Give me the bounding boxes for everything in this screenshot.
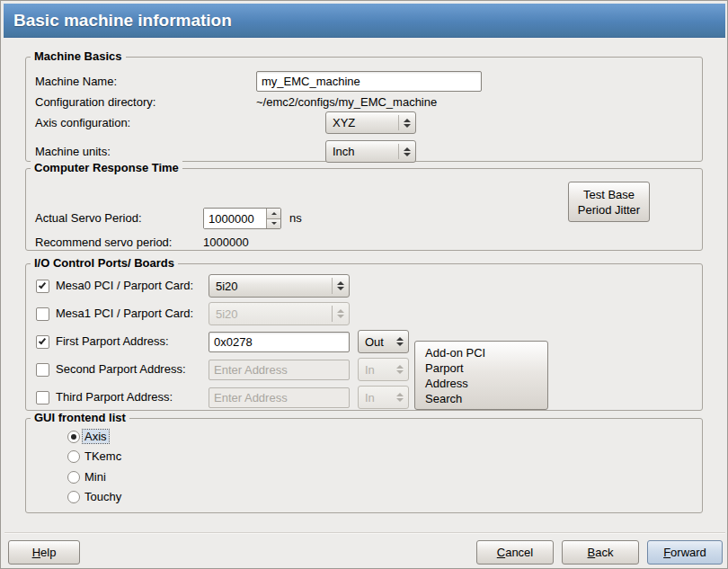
- combo-spinner-icon: [396, 393, 404, 402]
- combo-spinner-icon: [404, 119, 411, 128]
- mesa1-checkbox[interactable]: [36, 307, 49, 321]
- servo-period-units: ns: [289, 211, 302, 225]
- radio-touchy-label[interactable]: Touchy: [84, 490, 121, 503]
- radio-mini-label[interactable]: Mini: [84, 470, 106, 484]
- combo-separator: [332, 306, 333, 322]
- forward-button-mnemonic: F: [663, 546, 670, 559]
- spin-up-button[interactable]: [267, 209, 280, 218]
- machine-basics-frame: Machine Basics Machine Name: Configurati…: [25, 57, 703, 162]
- second-parport-label[interactable]: Second Parport Address:: [56, 362, 186, 376]
- mesa1-card-value: 5i20: [216, 307, 327, 321]
- machine-name-label: Machine Name:: [35, 75, 117, 88]
- response-time-title: Computer Response Time: [31, 161, 182, 174]
- gui-frontend-frame: GUI frontend list Axis TKemc Mini Touchy: [25, 418, 703, 513]
- cancel-button-mnemonic: C: [497, 546, 505, 559]
- help-button-label: elp: [40, 546, 56, 559]
- combo-spinner-icon: [337, 309, 344, 318]
- test-base-period-jitter-button[interactable]: Test Base Period Jitter: [568, 182, 650, 222]
- axis-configuration-select[interactable]: XYZ: [325, 111, 416, 134]
- first-parport-checkbox[interactable]: [36, 335, 49, 349]
- machine-units-value: Inch: [333, 145, 394, 158]
- recommend-period-label: Recommend servo period:: [35, 236, 172, 249]
- gui-frontend-title: GUI frontend list: [31, 411, 129, 424]
- radio-touchy[interactable]: [67, 491, 80, 503]
- cancel-button-label: ancel: [505, 546, 533, 559]
- second-parport-address-input[interactable]: [209, 360, 350, 380]
- third-parport-checkbox[interactable]: [36, 391, 49, 405]
- machine-units-select[interactable]: Inch: [325, 140, 416, 163]
- footer-separator: [4, 532, 725, 534]
- mesa0-checkbox[interactable]: [36, 280, 49, 293]
- first-parport-direction-value: Out: [365, 335, 396, 349]
- combo-spinner-icon: [337, 281, 344, 290]
- combo-spinner-icon: [396, 365, 404, 374]
- checkmark-icon: [39, 281, 46, 289]
- combo-separator: [398, 115, 399, 130]
- first-parport-address-input[interactable]: [209, 332, 350, 352]
- radio-axis[interactable]: [67, 431, 80, 443]
- machine-name-input[interactable]: [256, 71, 482, 92]
- second-parport-checkbox[interactable]: [36, 363, 49, 377]
- io-ports-frame: I/O Control Ports/ Boards Mesa0 PCI / Pa…: [25, 263, 703, 411]
- page-title: Basic machine information: [4, 4, 725, 38]
- cancel-button[interactable]: Cancel: [476, 540, 554, 565]
- help-button[interactable]: Help: [8, 540, 80, 565]
- mesa1-label[interactable]: Mesa1 PCI / Parport Card:: [56, 307, 193, 320]
- radio-mini[interactable]: [67, 471, 80, 484]
- axis-configuration-value: XYZ: [333, 116, 394, 129]
- page-header: Basic machine information: [4, 4, 725, 38]
- config-directory-label: Configuration directory:: [35, 95, 155, 109]
- spin-down-button[interactable]: [267, 218, 280, 229]
- axis-configuration-label: Axis configuration:: [35, 116, 130, 129]
- mesa0-label[interactable]: Mesa0 PCI / Parport Card:: [56, 279, 193, 292]
- radio-tkemc[interactable]: [67, 450, 80, 463]
- radio-axis-label[interactable]: Axis: [83, 430, 109, 443]
- combo-spinner-icon: [404, 147, 411, 156]
- io-ports-title: I/O Control Ports/ Boards: [31, 256, 178, 270]
- spin-buttons[interactable]: [266, 209, 280, 228]
- mesa1-card-select[interactable]: 5i20: [209, 302, 350, 325]
- second-parport-direction-select[interactable]: In: [358, 358, 409, 381]
- mesa0-card-value: 5i20: [216, 280, 327, 293]
- first-parport-label[interactable]: First Parport Address:: [56, 334, 169, 348]
- forward-button[interactable]: Forward: [647, 540, 723, 565]
- forward-button-label: orward: [670, 546, 706, 559]
- third-parport-direction-select[interactable]: In: [358, 386, 409, 409]
- servo-period-input[interactable]: [204, 209, 266, 228]
- back-button[interactable]: Back: [562, 540, 639, 565]
- combo-separator: [398, 144, 399, 159]
- machine-units-label: Machine units:: [35, 145, 111, 158]
- wizard-window: Basic machine information Machine Basics…: [0, 0, 728, 569]
- down-arrow-icon: [271, 222, 277, 225]
- second-parport-direction-value: In: [365, 363, 396, 377]
- machine-basics-title: Machine Basics: [31, 49, 126, 63]
- help-button-mnemonic: H: [32, 546, 40, 559]
- radio-dot-icon: [71, 434, 76, 440]
- config-directory-value: ~/emc2/configs/my_EMC_machine: [256, 95, 437, 109]
- third-parport-label[interactable]: Third Parport Address:: [56, 390, 173, 404]
- first-parport-direction-select[interactable]: Out: [358, 330, 409, 353]
- third-parport-address-input[interactable]: [209, 387, 350, 408]
- response-time-frame: Computer Response Time Test Base Period …: [25, 168, 703, 251]
- checkmark-icon: [39, 337, 46, 345]
- mesa0-card-select[interactable]: 5i20: [209, 274, 350, 298]
- radio-tkemc-label[interactable]: TKemc: [84, 449, 121, 463]
- servo-period-spinbox[interactable]: [203, 208, 281, 229]
- combo-spinner-icon: [396, 337, 404, 346]
- back-button-label: ack: [595, 546, 613, 559]
- up-arrow-icon: [271, 212, 277, 215]
- addon-pci-search-button[interactable]: Add-on PCI Parport Address Search: [414, 341, 548, 410]
- third-parport-direction-value: In: [365, 391, 396, 405]
- combo-separator: [332, 278, 333, 294]
- recommend-period-value: 1000000: [203, 236, 249, 249]
- back-button-mnemonic: B: [588, 546, 596, 559]
- servo-period-label: Actual Servo Period:: [35, 211, 142, 225]
